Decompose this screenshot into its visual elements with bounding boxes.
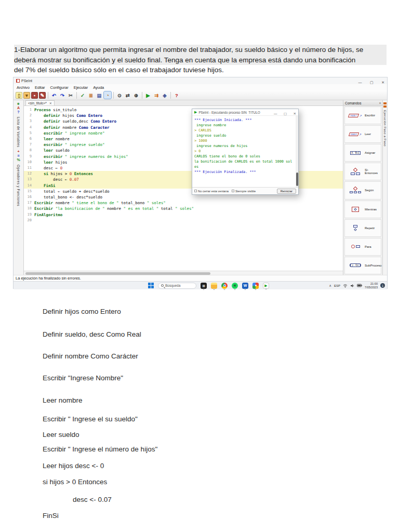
find-next-icon[interactable]: ⊕ xyxy=(132,91,140,99)
command-label: Según xyxy=(365,189,374,192)
line-number: 8 xyxy=(24,148,34,153)
pseint-app-icon[interactable]: ▶ xyxy=(263,283,269,289)
code-token: sueldo xyxy=(53,148,70,153)
pseudocode-line: Definir nombre Como Carácter xyxy=(43,352,157,360)
command-label: Para xyxy=(365,245,371,248)
command-item-leer[interactable]: Dato1↗Leer xyxy=(344,125,381,143)
draw-flowchart-icon[interactable]: ◈ xyxy=(161,91,168,99)
code-token: nombre xyxy=(104,206,123,211)
reiniciar-button[interactable]: Reiniciar xyxy=(277,189,296,194)
exec-maximize-button[interactable]: ▢ xyxy=(284,112,287,115)
line-number: 2 xyxy=(24,113,34,118)
menu-item-archivo[interactable]: Archivo xyxy=(17,85,30,90)
photos-app-icon[interactable] xyxy=(252,283,259,289)
pseudocode-line: desc <- 0.07 xyxy=(43,496,157,503)
help-icon[interactable]: ? xyxy=(173,91,180,99)
command-item-mientras[interactable]: Mientras xyxy=(344,201,381,218)
run-step-icon[interactable]: ⇉ xyxy=(153,91,160,99)
command-item-subproceso[interactable]: y←f(x)SubProceso xyxy=(344,257,381,274)
wifi-icon[interactable] xyxy=(343,284,348,288)
pseudocode-line: FinSi xyxy=(43,512,157,520)
console-scrollbar-thumb[interactable] xyxy=(296,172,298,186)
tab-lista-de-variables[interactable]: Lista de Variables xyxy=(17,117,20,147)
checkbox-icon[interactable] xyxy=(232,190,234,192)
play-icon: ▶ xyxy=(194,110,197,114)
checkbox-icon[interactable] xyxy=(194,190,197,192)
new-file-icon[interactable]: ▯ xyxy=(16,92,22,99)
code-token: total_bono xyxy=(119,201,147,205)
menu-item-ayuda[interactable]: Ayuda xyxy=(93,85,104,90)
command-item-asignar[interactable]: A←B+1Asignar xyxy=(344,144,381,162)
tab-operadores-y-funciones[interactable]: Operadores y Funciones xyxy=(17,165,20,206)
replace-icon[interactable]: ⇄ xyxy=(124,91,131,99)
edit-template-icon[interactable]: ▤ xyxy=(96,91,103,99)
code-line-text: desc ← 0 xyxy=(34,165,62,171)
no-cerrar-checkbox[interactable]: No cerrar esta ventana xyxy=(194,190,229,193)
reader-app-icon[interactable]: ▦ xyxy=(201,283,207,289)
tray-chevron-icon[interactable]: ∧ xyxy=(329,284,331,288)
check-syntax-icon[interactable]: ✓ xyxy=(79,91,86,99)
battery-icon[interactable] xyxy=(357,284,362,287)
line-number: 7 xyxy=(24,142,34,148)
command-item-repetir[interactable]: Repetir xyxy=(344,219,381,237)
tray-date: 7/05/2023 xyxy=(365,286,378,289)
console-line: CARLOS tiene el bono de 0 soles xyxy=(194,154,296,159)
editor-tab[interactable]: <sin_titulo>* ✕ xyxy=(25,100,55,105)
line-number: 20 xyxy=(24,218,34,223)
taskbar-apps: ▦≋W▶ xyxy=(201,283,269,289)
save-as-icon[interactable]: ✎ xyxy=(39,92,46,99)
open-file-icon[interactable]: ▾ xyxy=(23,92,30,99)
console-line: la bonificacion de CARLOS es en total 10… xyxy=(194,159,296,164)
code-token: definir xyxy=(44,113,60,118)
run-icon[interactable]: ▶ xyxy=(144,91,152,99)
command-item-si[interactable]: Si-Entonces xyxy=(344,163,381,180)
minimize-button[interactable]: — xyxy=(358,81,362,84)
explorer-app-icon[interactable] xyxy=(211,283,217,289)
redo-icon[interactable]: ↷ xyxy=(59,91,66,99)
save-icon[interactable]: ▪ xyxy=(31,92,38,99)
line-number: 4 xyxy=(24,125,34,130)
code-token: escribir xyxy=(44,131,62,136)
code-line-text: si hijos > 0 Entonces xyxy=(34,171,93,177)
menu-item-ejecutar[interactable]: Ejecutar xyxy=(74,85,88,90)
maximize-button[interactable]: ▢ xyxy=(370,81,374,84)
tab-close-icon[interactable]: ✕ xyxy=(49,101,52,105)
commands-panel-close-icon[interactable]: x xyxy=(379,101,381,104)
undo-icon[interactable]: ↶ xyxy=(50,91,58,99)
tab-ejecucion-paso-a-paso[interactable]: Ejecución Paso a Paso xyxy=(383,110,387,147)
close-button[interactable]: ✕ xyxy=(381,81,384,84)
code-token: " ingrese sueldo" xyxy=(65,142,105,147)
window-title: PSeInt xyxy=(21,79,353,83)
horizontal-scrollbar-thumb[interactable] xyxy=(25,272,210,275)
leer-flowchart-icon: Dato1 xyxy=(349,132,359,136)
notification-badge[interactable]: 1 xyxy=(380,283,385,288)
command-item-segun[interactable]: Según xyxy=(344,181,381,199)
code-token: leer xyxy=(44,137,53,141)
volume-icon[interactable] xyxy=(350,284,354,288)
menu-item-configurar[interactable]: Configurar xyxy=(50,85,69,90)
find-icon[interactable]: ⊙ xyxy=(116,91,123,99)
auto-indent-icon[interactable]: ≣ xyxy=(87,91,95,99)
code-token: FinAlgoritmo xyxy=(34,212,62,217)
console-scrollbar[interactable] xyxy=(296,116,298,187)
plus-icon: + xyxy=(17,150,19,154)
exec-close-button[interactable]: ✕ xyxy=(294,112,296,115)
taskbar-search-box[interactable]: Búsqueda xyxy=(158,283,196,289)
exec-minimize-button[interactable]: — xyxy=(274,112,277,115)
clock[interactable]: 21:00 7/05/2023 xyxy=(365,282,378,289)
language-indicator[interactable]: ESP xyxy=(334,284,340,287)
siempre-visible-checkbox[interactable]: Siempre visible xyxy=(232,190,256,193)
status-bar: La ejecución ha finalizado sin errores. xyxy=(14,275,387,281)
command-item-para[interactable]: Para xyxy=(344,238,381,256)
cut-icon[interactable]: ✂ xyxy=(67,91,74,99)
chrome-app-icon[interactable] xyxy=(221,283,228,289)
menu-item-editar[interactable]: Editar xyxy=(35,85,45,90)
quick-reference-icon[interactable]: ◔ xyxy=(104,91,111,99)
start-button[interactable] xyxy=(148,283,154,288)
word-app-icon[interactable]: W xyxy=(242,283,248,289)
command-icon-wrap xyxy=(346,245,365,248)
problem-line: 1-Elaborar un algoritmo que permita ingr… xyxy=(14,45,387,55)
horizontal-scrollbar[interactable] xyxy=(24,271,343,275)
spotify-app-icon[interactable]: ≋ xyxy=(232,283,238,289)
command-item-escribir[interactable]: 'Hola !'↗Escribir xyxy=(344,107,381,124)
